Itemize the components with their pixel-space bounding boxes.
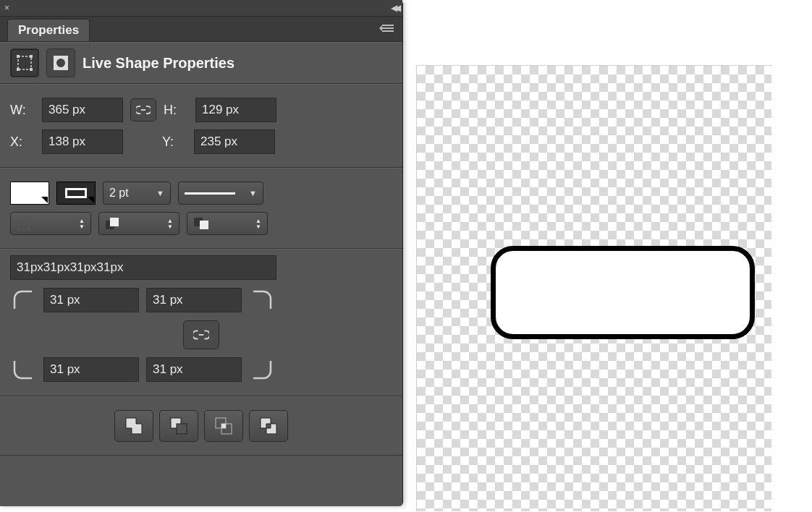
svg-rect-7	[19, 218, 30, 229]
corner-tl-input[interactable]	[43, 288, 139, 312]
live-shape-rect[interactable]	[491, 246, 755, 339]
panel-tabs: Properties	[0, 17, 402, 42]
stepper-icon: ▲▼	[79, 218, 85, 229]
pathop-union-icon	[124, 417, 143, 435]
align-edges-combo[interactable]: ▲▼	[10, 212, 91, 235]
svg-rect-1	[17, 55, 20, 58]
corner-tr-input[interactable]	[146, 288, 242, 312]
y-label: Y:	[162, 135, 187, 150]
bounding-box-icon	[17, 216, 31, 231]
chevron-down-icon: ▼	[156, 189, 164, 197]
corner-bl-input[interactable]	[43, 357, 139, 382]
svg-rect-11	[28, 228, 30, 230]
pathop-subtract-button[interactable]	[159, 410, 198, 442]
pathop-exclude-button[interactable]	[249, 410, 288, 442]
corner-br-icon	[249, 357, 275, 383]
link-icon	[193, 329, 209, 341]
link-corners-button[interactable]	[183, 320, 219, 349]
stroke-style-combo[interactable]: ▼	[178, 182, 263, 205]
close-icon[interactable]: ×	[4, 4, 13, 12]
corner-br-input[interactable]	[146, 357, 242, 382]
svg-rect-9	[28, 217, 30, 219]
properties-panel: × ◀◀ Properties	[0, 0, 403, 506]
canvas-area	[416, 65, 812, 512]
svg-rect-10	[17, 228, 20, 230]
link-icon	[136, 105, 151, 115]
pathop-intersect-icon	[214, 417, 233, 435]
stepper-icon: ▲▼	[255, 218, 261, 229]
link-wh-button[interactable]	[130, 98, 156, 121]
stepper-icon: ▲▼	[167, 218, 173, 229]
svg-rect-13	[110, 218, 119, 226]
mask-mode-button[interactable]	[46, 48, 75, 77]
x-input[interactable]	[42, 129, 123, 154]
pathop-subtract-icon	[169, 417, 188, 435]
svg-rect-17	[177, 424, 187, 434]
pathop-intersect-button[interactable]	[204, 410, 243, 442]
section-heading: Live Shape Properties	[83, 55, 234, 72]
stroke-weight-combo[interactable]: 2 pt ▼	[103, 182, 171, 205]
mask-icon	[52, 54, 69, 72]
section-title: Live Shape Properties	[0, 42, 402, 84]
x-label: X:	[10, 135, 35, 150]
section-corners	[0, 249, 402, 396]
stroke-caps-combo[interactable]: ▲▼	[187, 212, 268, 235]
svg-rect-0	[18, 56, 31, 69]
stroke-caps-icon	[193, 217, 209, 230]
collapse-icon[interactable]: ◀◀	[391, 3, 398, 13]
svg-rect-3	[17, 68, 20, 71]
svg-rect-4	[30, 68, 33, 71]
stroke-sample-icon	[185, 192, 235, 195]
bounding-box-icon	[16, 54, 33, 72]
tab-properties[interactable]: Properties	[7, 19, 90, 41]
stroke-align-icon	[105, 217, 121, 230]
stroke-align-combo[interactable]: ▲▼	[98, 212, 179, 235]
svg-rect-8	[17, 217, 20, 219]
panel-menu-icon[interactable]	[379, 22, 397, 34]
svg-rect-15	[200, 221, 208, 229]
section-pathops	[0, 396, 402, 456]
app-root: × ◀◀ Properties	[0, 0, 812, 512]
height-input[interactable]	[195, 98, 276, 122]
section-dimensions: W: H: X: Y:	[0, 84, 402, 168]
corner-summary-input[interactable]	[10, 255, 276, 280]
width-label: W:	[10, 103, 35, 118]
svg-point-6	[56, 59, 65, 67]
corner-bl-icon	[10, 357, 36, 383]
width-input[interactable]	[42, 98, 123, 122]
stroke-weight-value: 2 pt	[109, 187, 129, 200]
pathop-union-button[interactable]	[114, 410, 153, 442]
height-label: H:	[164, 103, 188, 118]
svg-rect-20	[221, 424, 226, 428]
section-fill-stroke: 2 pt ▼ ▼ ▲▼ ▲▼ ▲▼	[0, 168, 402, 249]
chevron-down-icon: ▼	[249, 189, 257, 197]
panel-header-bar: × ◀◀	[0, 0, 402, 17]
corner-tr-icon	[249, 287, 275, 313]
y-input[interactable]	[194, 129, 275, 154]
corner-tl-icon	[10, 287, 36, 313]
stroke-swatch[interactable]	[56, 182, 96, 205]
pathop-exclude-icon	[259, 417, 278, 435]
shape-mode-button[interactable]	[10, 48, 39, 77]
svg-rect-2	[30, 55, 33, 58]
fill-swatch[interactable]	[10, 182, 49, 205]
